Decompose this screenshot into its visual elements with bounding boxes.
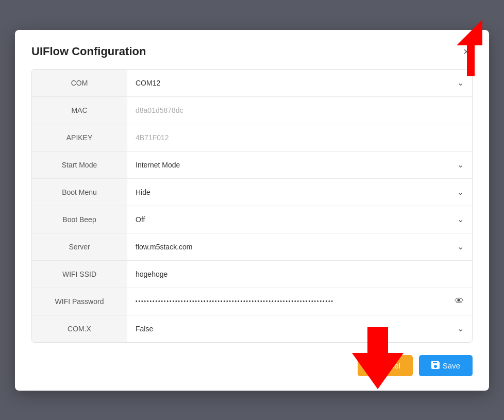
mac-row: MAC d8a01d5878dc (32, 97, 472, 124)
save-icon (431, 361, 440, 371)
apikey-label: APIKEY (32, 124, 127, 151)
start-mode-chevron-icon: ⌄ (457, 160, 464, 170)
dialog-header: UIFlow Configuration × (31, 44, 473, 59)
wifi-password-value[interactable]: ••••••••••••••••••••••••••••••••••••••••… (127, 288, 472, 315)
com-value-text: COM12 (136, 79, 160, 87)
toggle-password-icon[interactable]: 👁 (455, 296, 464, 307)
server-value[interactable]: flow.m5stack.com ⌄ (127, 233, 472, 260)
start-mode-value[interactable]: Internet Mode ⌄ (127, 152, 472, 178)
com-label: COM (32, 70, 127, 96)
com-x-value[interactable]: False ⌄ (127, 315, 472, 342)
start-mode-value-text: Internet Mode (136, 161, 180, 169)
wifi-ssid-value[interactable]: hogehoge (127, 261, 472, 288)
form-rows: COM COM12 ⌄ MAC d8a01d5878dc APIKEY 4B71… (31, 69, 473, 343)
cancel-button[interactable]: ‹ Cancel (358, 355, 413, 376)
boot-beep-row: Boot Beep Off ⌄ (32, 206, 472, 233)
com-chevron-icon: ⌄ (457, 78, 464, 88)
com-x-value-text: False (136, 325, 153, 333)
wifi-password-label: WIFI Password (32, 288, 127, 315)
dialog-footer: ‹ Cancel Save (31, 355, 473, 376)
com-x-row: COM.X False ⌄ (32, 315, 472, 342)
boot-menu-value[interactable]: Hide ⌄ (127, 179, 472, 206)
save-label: Save (443, 361, 460, 370)
server-value-text: flow.m5stack.com (136, 243, 192, 251)
com-value[interactable]: COM12 ⌄ (127, 70, 472, 96)
dialog: UIFlow Configuration × COM COM12 ⌄ MAC d… (15, 30, 489, 391)
boot-menu-chevron-icon: ⌄ (457, 187, 464, 197)
close-button[interactable]: × (460, 44, 473, 59)
mac-value-text: d8a01d5878dc (136, 106, 183, 114)
wifi-password-row: WIFI Password ••••••••••••••••••••••••••… (32, 288, 472, 315)
dialog-title: UIFlow Configuration (31, 45, 146, 58)
wifi-ssid-value-text: hogehoge (136, 270, 167, 278)
com-x-label: COM.X (32, 315, 127, 342)
com-row: COM COM12 ⌄ (32, 70, 472, 97)
wifi-ssid-label: WIFI SSID (32, 261, 127, 288)
boot-beep-value[interactable]: Off ⌄ (127, 206, 472, 233)
server-label: Server (32, 233, 127, 260)
apikey-row: APIKEY 4B71F012 (32, 124, 472, 152)
mac-value: d8a01d5878dc (127, 97, 472, 124)
apikey-value: 4B71F012 (127, 124, 472, 151)
boot-menu-label: Boot Menu (32, 179, 127, 206)
cancel-chevron-icon: ‹ (370, 360, 373, 371)
start-mode-row: Start Mode Internet Mode ⌄ (32, 152, 472, 179)
wifi-ssid-row: WIFI SSID hogehoge (32, 261, 472, 288)
apikey-value-text: 4B71F012 (136, 133, 169, 142)
cancel-label: Cancel (376, 361, 400, 370)
save-button[interactable]: Save (419, 355, 473, 376)
boot-menu-row: Boot Menu Hide ⌄ (32, 179, 472, 206)
wifi-password-dots: ••••••••••••••••••••••••••••••••••••••••… (136, 298, 455, 304)
server-row: Server flow.m5stack.com ⌄ (32, 233, 472, 261)
mac-label: MAC (32, 97, 127, 124)
boot-beep-label: Boot Beep (32, 206, 127, 233)
boot-beep-chevron-icon: ⌄ (457, 214, 464, 224)
boot-beep-value-text: Off (136, 215, 145, 224)
start-mode-label: Start Mode (32, 152, 127, 178)
boot-menu-value-text: Hide (136, 188, 150, 196)
com-x-chevron-icon: ⌄ (457, 324, 464, 333)
server-chevron-icon: ⌄ (457, 242, 464, 251)
